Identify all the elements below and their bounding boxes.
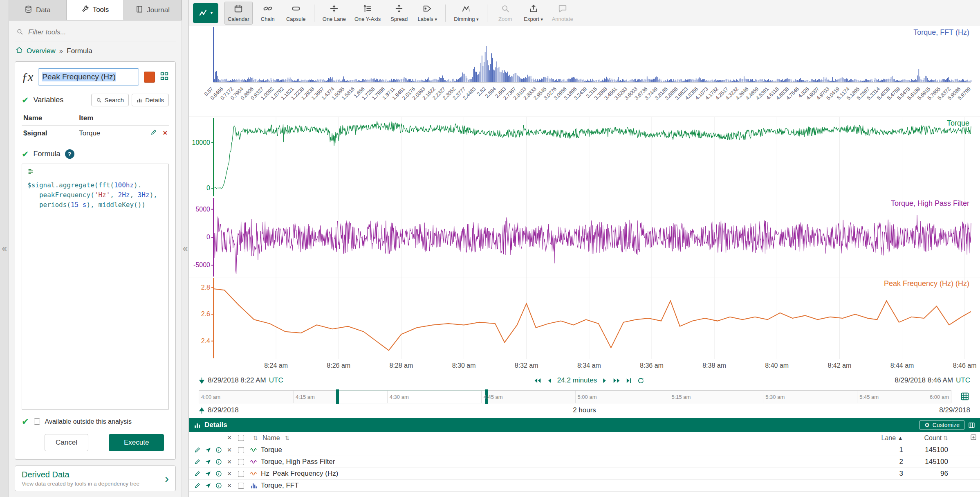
item-name-input[interactable]: Peak Frequency (Hz) <box>38 68 139 85</box>
remove-item-button[interactable]: × <box>224 446 235 454</box>
formula-editor[interactable]: $signal.aggregate(fft(100hz). peakFreque… <box>22 164 169 410</box>
toolbar-dimming-button[interactable]: Dimming ▾ <box>451 2 482 25</box>
details-row[interactable]: ×Torque, High Pass Filter2145100 <box>189 456 980 468</box>
name-column-header[interactable]: Name⇅ <box>262 434 875 442</box>
lane-column-header[interactable]: Lane▲ <box>875 434 903 442</box>
execute-button[interactable]: Execute <box>109 434 164 451</box>
edit-item-button[interactable] <box>192 459 203 465</box>
edit-item-button[interactable] <box>192 447 203 453</box>
home-icon[interactable] <box>16 46 23 56</box>
y-tick-hpf: 5000 <box>189 206 210 213</box>
remove-item-button[interactable]: × <box>224 458 235 466</box>
toolbar-one-lane-button[interactable]: One Lane <box>319 2 349 25</box>
hpf-plot[interactable] <box>189 197 980 277</box>
toolbar-divider <box>487 4 487 22</box>
send-item-button[interactable] <box>203 447 213 453</box>
details-chart-icon <box>194 422 201 429</box>
fft-plot[interactable] <box>189 26 980 83</box>
arrow-down-icon[interactable] <box>199 377 205 384</box>
scrubber-selection[interactable] <box>337 390 487 403</box>
timezone-link-end[interactable]: UTC <box>956 376 970 385</box>
variables-details-button[interactable]: Details <box>132 94 169 106</box>
toolbar-calendar-button[interactable]: Calendar <box>224 2 253 25</box>
select-all-checkbox[interactable] <box>238 435 244 441</box>
panel-collapse-left[interactable]: « <box>0 0 9 497</box>
torque-plot[interactable] <box>189 117 980 197</box>
color-swatch[interactable] <box>144 72 155 83</box>
edit-item-button[interactable] <box>192 482 203 489</box>
formula-snippets-icon[interactable] <box>27 169 34 176</box>
item-info-button[interactable] <box>213 447 224 453</box>
duration-label[interactable]: 24.2 minutes <box>557 376 597 385</box>
sort-selection-icon[interactable]: ⇅ <box>249 435 262 441</box>
filter-tools-input[interactable] <box>27 28 174 37</box>
formula-help-icon[interactable]: ? <box>65 149 74 159</box>
breadcrumb-overview[interactable]: Overview <box>27 47 56 55</box>
details-row[interactable]: ×HzPeak Frequency (Hz)396 <box>189 468 980 480</box>
item-info-button[interactable] <box>213 482 224 489</box>
scrubber-tick: 4:30 am <box>387 391 388 403</box>
scrubber-grid-button[interactable] <box>960 392 969 403</box>
asset-tree-icon[interactable] <box>160 72 169 82</box>
toolbar-chain-button[interactable]: Chain <box>255 2 281 25</box>
send-item-button[interactable] <box>203 470 213 477</box>
tab-journal[interactable]: Journal <box>124 0 182 20</box>
view-selector-button[interactable]: ▾ <box>193 3 218 23</box>
item-info-button[interactable] <box>213 459 224 465</box>
send-item-button[interactable] <box>203 482 213 489</box>
item-select-checkbox[interactable] <box>238 483 244 489</box>
count-column-header[interactable]: Count⇅ <box>903 434 948 442</box>
remove-item-button[interactable]: × <box>224 481 235 490</box>
toolbar-labels-button[interactable]: Labels ▾ <box>414 2 440 25</box>
cancel-button[interactable]: Cancel <box>45 434 88 451</box>
variables-name-header: Name <box>22 111 77 126</box>
refresh-icon[interactable] <box>637 377 644 384</box>
toolbar-export-button[interactable]: Export ▾ <box>520 2 547 25</box>
timezone-link[interactable]: UTC <box>269 376 283 385</box>
edit-variable-icon[interactable] <box>150 129 159 137</box>
search-icon <box>16 28 23 37</box>
remove-item-button[interactable]: × <box>224 470 235 478</box>
derived-data-panel[interactable]: Derived Data View data created by tools … <box>15 466 176 491</box>
export-icon <box>529 4 538 14</box>
toolbar-capsule-button[interactable]: Capsule <box>283 2 309 25</box>
remove-variable-icon[interactable]: × <box>163 129 167 137</box>
edit-item-button[interactable] <box>192 470 203 477</box>
available-outside-checkbox[interactable] <box>34 418 40 425</box>
toolbar-divider <box>314 4 314 22</box>
scrubber-range-label: 2 hours <box>573 406 596 414</box>
lane-peak-frequency: 2.82.62.4Peak Frequency (Hz) (Hz) <box>189 277 980 359</box>
item-select-checkbox[interactable] <box>238 447 244 453</box>
caret-down-icon: ▾ <box>211 10 213 16</box>
toolbar-one-yaxis-button[interactable]: One Y-Axis <box>351 2 384 25</box>
details-row[interactable]: ×Torque1145100 <box>189 444 980 456</box>
time-axis-label: 8:46 am <box>953 362 977 369</box>
y-tick-hpf: -5000 <box>189 261 210 269</box>
pan-right-fast-button[interactable] <box>612 378 621 384</box>
sidebar-collapse[interactable]: « <box>182 0 189 497</box>
pan-left-fast-button[interactable] <box>534 378 542 384</box>
time-scrubber[interactable]: 4:00 am4:15 am4:30 am4:45 am5:00 am5:15 … <box>199 390 951 403</box>
remove-all-button[interactable]: × <box>224 434 235 442</box>
customize-button[interactable]: ⚙ Customize <box>919 420 964 430</box>
fft-axis-label-strip: 0.570.64660.71720.79040.86060.93271.0092… <box>189 83 980 117</box>
details-row[interactable]: ×Torque, FFT <box>189 480 980 492</box>
item-select-checkbox[interactable] <box>238 471 244 477</box>
pan-to-now-button[interactable] <box>626 378 632 384</box>
variables-search-button[interactable]: Search <box>91 94 129 106</box>
pan-right-button[interactable] <box>602 378 607 384</box>
tab-data[interactable]: Data <box>9 0 67 20</box>
toolbar-zoom-button: Zoom <box>492 2 518 25</box>
arrow-up-icon[interactable] <box>199 407 205 414</box>
item-info-button[interactable] <box>213 470 224 477</box>
tab-tools[interactable]: Tools <box>67 0 124 20</box>
item-select-checkbox[interactable] <box>238 459 244 465</box>
details-columns-icon[interactable] <box>968 422 975 429</box>
scrubber-handle-left[interactable] <box>336 389 339 404</box>
send-item-button[interactable] <box>203 459 213 465</box>
pan-left-button[interactable] <box>547 378 552 384</box>
toolbar-spread-button[interactable]: Spread <box>386 2 412 25</box>
peak-frequency-plot[interactable] <box>189 277 980 359</box>
formula-code[interactable]: $signal.aggregate(fft(100hz). peakFreque… <box>27 180 163 210</box>
add-column-icon[interactable] <box>970 434 977 442</box>
